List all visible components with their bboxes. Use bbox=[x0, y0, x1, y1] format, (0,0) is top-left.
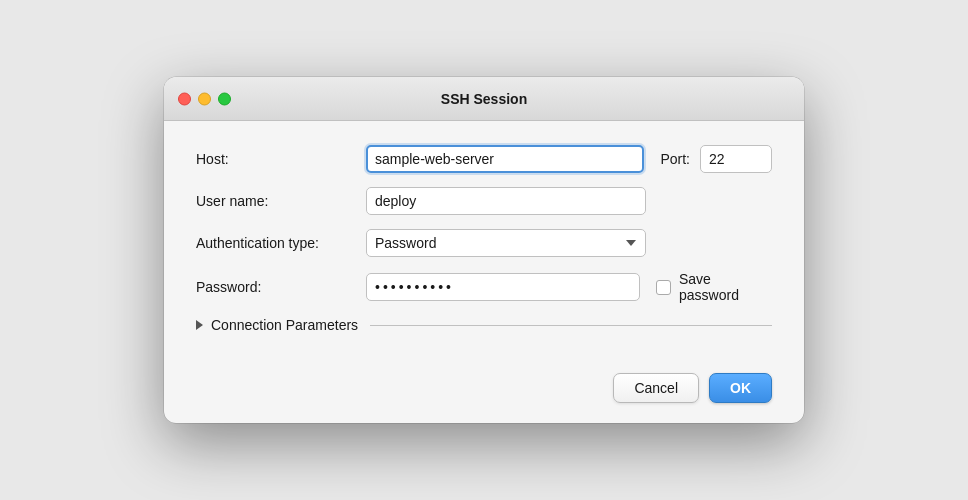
username-row: User name: bbox=[196, 187, 772, 215]
password-input[interactable] bbox=[366, 273, 640, 301]
auth-type-row: Authentication type: Password Public key… bbox=[196, 229, 772, 257]
password-label: Password: bbox=[196, 279, 366, 295]
auth-type-select-wrapper: Password Public key Keyboard interactive bbox=[366, 229, 646, 257]
separator-line bbox=[370, 325, 772, 326]
password-row: Password: Save password bbox=[196, 271, 772, 303]
save-password-checkbox[interactable] bbox=[656, 280, 671, 295]
minimize-button[interactable] bbox=[198, 92, 211, 105]
username-input[interactable] bbox=[366, 187, 646, 215]
ok-button[interactable]: OK bbox=[709, 373, 772, 403]
maximize-button[interactable] bbox=[218, 92, 231, 105]
auth-type-label: Authentication type: bbox=[196, 235, 366, 251]
connection-params-label: Connection Parameters bbox=[211, 317, 358, 333]
ssh-session-dialog: SSH Session Host: Port: User name: Authe… bbox=[164, 77, 804, 423]
save-password-label: Save password bbox=[679, 271, 772, 303]
form-content: Host: Port: User name: Authentication ty… bbox=[164, 121, 804, 361]
expand-arrow-icon bbox=[196, 320, 203, 330]
username-label: User name: bbox=[196, 193, 366, 209]
cancel-button[interactable]: Cancel bbox=[613, 373, 699, 403]
titlebar: SSH Session bbox=[164, 77, 804, 121]
connection-params-row[interactable]: Connection Parameters bbox=[196, 317, 772, 333]
auth-type-select[interactable]: Password Public key Keyboard interactive bbox=[366, 229, 646, 257]
close-button[interactable] bbox=[178, 92, 191, 105]
dialog-title: SSH Session bbox=[441, 91, 527, 107]
port-label: Port: bbox=[660, 151, 690, 167]
host-input[interactable] bbox=[366, 145, 644, 173]
save-password-wrapper: Save password bbox=[656, 271, 772, 303]
button-row: Cancel OK bbox=[164, 361, 804, 423]
traffic-lights bbox=[178, 92, 231, 105]
host-label: Host: bbox=[196, 151, 366, 167]
port-input[interactable] bbox=[700, 145, 772, 173]
host-row: Host: Port: bbox=[196, 145, 772, 173]
